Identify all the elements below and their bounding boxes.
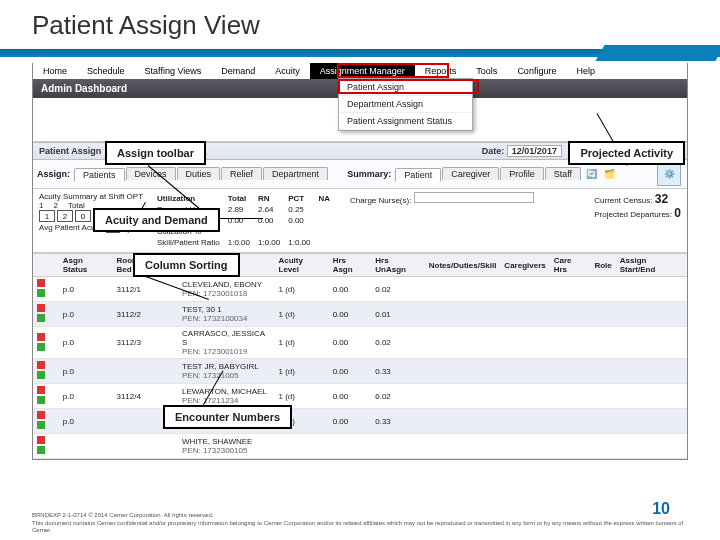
refresh-icon[interactable]: 🔄: [584, 167, 598, 181]
callout-assign-toolbar: Assign toolbar: [105, 141, 206, 165]
submenu-item[interactable]: Department Assign: [339, 96, 472, 113]
callout-encounter-numbers: Encounter Numbers: [163, 405, 292, 429]
table-row[interactable]: p.0TEST, CHANDLERPEN: 173210091 (d)0.000…: [33, 409, 687, 434]
menu-tools[interactable]: Tools: [466, 63, 507, 79]
acuity-cell: 2: [57, 210, 73, 222]
callout-acuity-demand: Acuity and Demand: [93, 208, 220, 232]
menu-configure[interactable]: Configure: [507, 63, 566, 79]
status-red-square: [37, 411, 45, 419]
status-red-square: [37, 279, 45, 287]
tab-patient[interactable]: Patient: [395, 168, 441, 182]
submenu-item[interactable]: Patient Assign: [339, 79, 472, 96]
status-red-square: [37, 436, 45, 444]
column-header[interactable]: Acuity Level: [275, 254, 329, 277]
patient-grid: Asgn StatusRoom BedHxPatientAcuity Level…: [33, 253, 687, 459]
acuity-cell: 0: [75, 210, 91, 222]
status-green-square: [37, 371, 45, 379]
menu-acuity[interactable]: Acuity: [265, 63, 310, 79]
tab-staff[interactable]: Staff: [545, 167, 581, 180]
column-header[interactable]: Hrs Asgn: [329, 254, 372, 277]
table-row[interactable]: p.03112/1CLEVELAND, EBONYPEN: 1723001018…: [33, 277, 687, 302]
acuity-summary-title: Acuity Summary at Shift OPT: [39, 192, 143, 201]
menu-schedule[interactable]: Schedule: [77, 63, 135, 79]
census-block: Current Census: 32 Projected Departures:…: [594, 192, 681, 249]
table-row[interactable]: p.0TEST JR, BABYGIRLPEN: 173210051 (d)0.…: [33, 359, 687, 384]
tab-relief[interactable]: Relief: [221, 167, 262, 180]
menu-home[interactable]: Home: [33, 63, 77, 79]
column-header[interactable]: Assign Start/End: [616, 254, 687, 277]
grid-header-row[interactable]: Asgn StatusRoom BedHxPatientAcuity Level…: [33, 254, 687, 277]
acuity-cell: 1: [39, 210, 55, 222]
status-green-square: [37, 314, 45, 322]
status-green-square: [37, 343, 45, 351]
tab-profile[interactable]: Profile: [500, 167, 544, 180]
slide-title: Patient Assign View: [0, 0, 720, 49]
column-header[interactable]: Notes/Duties/Skill: [425, 254, 501, 277]
tab-patients[interactable]: Patients: [74, 168, 125, 182]
status-red-square: [37, 361, 45, 369]
tab-caregiver[interactable]: Caregiver: [442, 167, 499, 180]
status-green-square: [37, 289, 45, 297]
menu-help[interactable]: Help: [566, 63, 605, 79]
table-row[interactable]: p.03112/3CARRASCO, JESSICA SPEN: 1723001…: [33, 327, 687, 359]
status-red-square: [37, 304, 45, 312]
date-field[interactable]: 12/01/2017: [507, 145, 562, 157]
status-green-square: [37, 396, 45, 404]
assignment-manager-submenu: Patient AssignDepartment AssignPatient A…: [338, 78, 473, 131]
column-header[interactable]: Care Hrs: [550, 254, 591, 277]
config-icon[interactable]: ⚙️: [657, 162, 681, 186]
callout-projected-activity: Projected Activity: [568, 141, 685, 165]
table-row[interactable]: WHITE, SHAWNEEPEN: 1732300105: [33, 434, 687, 459]
tab-department[interactable]: Department: [263, 167, 328, 180]
menu-reports[interactable]: Reports: [415, 63, 467, 79]
table-row[interactable]: p.03112/4LEWARTON, MICHAELPEN: 172112341…: [33, 384, 687, 409]
accent-band: [0, 49, 720, 57]
assign-label: Assign:: [37, 169, 70, 179]
menu-demand[interactable]: Demand: [211, 63, 265, 79]
callout-column-sorting: Column Sorting: [133, 253, 240, 277]
submenu-item[interactable]: Patient Assignment Status: [339, 113, 472, 130]
column-header[interactable]: Role: [590, 254, 615, 277]
status-red-square: [37, 386, 45, 394]
layers-icon[interactable]: 🗂️: [602, 167, 616, 181]
status-red-square: [37, 333, 45, 341]
column-header[interactable]: Hrs UnAsgn: [371, 254, 425, 277]
tab-duties[interactable]: Duties: [177, 167, 221, 180]
charge-nurse-block: Charge Nurse(s):: [350, 192, 582, 249]
app-frame: HomeScheduleStaffing ViewsDemandAcuityAs…: [32, 63, 688, 460]
section-title: Patient Assign: [39, 146, 101, 156]
menu-assignment-manager[interactable]: Assignment Manager: [310, 63, 415, 79]
status-green-square: [37, 421, 45, 429]
main-menu-bar: HomeScheduleStaffing ViewsDemandAcuityAs…: [33, 63, 687, 79]
column-header[interactable]: [33, 254, 59, 277]
table-row[interactable]: p.03112/2TEST, 30 1PEN: 17321000341 (d)0…: [33, 302, 687, 327]
menu-staffing-views[interactable]: Staffing Views: [135, 63, 212, 79]
column-header[interactable]: Caregivers: [500, 254, 549, 277]
charge-nurse-select[interactable]: [414, 192, 534, 203]
summary-label: Summary:: [347, 169, 391, 179]
status-green-square: [37, 446, 45, 454]
column-header[interactable]: Asgn Status: [59, 254, 113, 277]
